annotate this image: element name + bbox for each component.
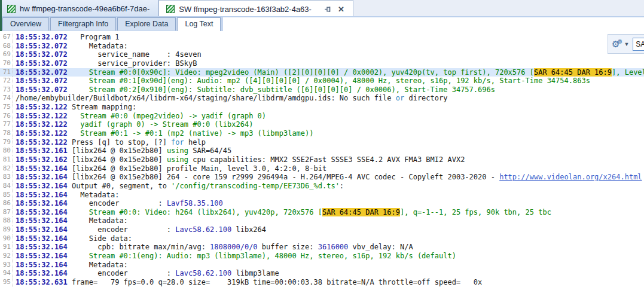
line-number: 87	[0, 208, 13, 217]
log-line[interactable]: 8418:55:32.164 Output #0, segment, to '/…	[0, 182, 644, 191]
timestamp: 18:55:32.164	[16, 216, 72, 225]
tab-overview[interactable]: Overview	[2, 17, 49, 30]
document-tab-label: SW ffmpeg-transcode-163f3ab2-4a63-	[179, 5, 312, 14]
timestamp: 18:55:32.631	[16, 278, 72, 286]
tab-log-text[interactable]: Log Text	[177, 17, 221, 31]
log-file-icon	[7, 5, 16, 13]
log-line[interactable]: 9218:55:32.164 Stream #0:1(eng): Audio: …	[0, 252, 644, 261]
log-line-text: 18:55:32.164 Stream #0:1(eng): Audio: mp…	[13, 252, 456, 261]
line-number: 93	[0, 261, 13, 270]
line-number: 95	[0, 278, 13, 287]
log-line-text: 18:55:32.164 [libx264 @ 0x15e2b80] 264 -…	[13, 173, 644, 182]
line-number: 91	[0, 243, 13, 252]
log-line[interactable]: 8718:55:32.164 Stream #0:0: Video: h264 …	[0, 208, 644, 217]
log-line[interactable]: 6718:55:32.072 Program 1	[0, 33, 644, 42]
log-line[interactable]: 7118:55:32.072 Stream #0:0[0x90c]: Video…	[0, 68, 644, 77]
line-number: 84	[0, 182, 13, 191]
tab-explore-data[interactable]: Explore Data	[117, 17, 176, 30]
log-text-segment: :	[340, 182, 344, 190]
log-file-icon	[166, 5, 175, 13]
document-tab-sw-transcode[interactable]: SW ffmpeg-transcode-163f3ab2-4a63- ✕	[158, 0, 353, 17]
log-line[interactable]: 8618:55:32.164 encoder : Lavf58.35.100	[0, 199, 644, 208]
log-text-segment: '/config/transcoding-temp/EE73D6_%d.ts'	[171, 182, 340, 190]
log-line[interactable]: 9518:55:32.631 frame= 79 fps=0.0 q=28.0 …	[0, 278, 644, 287]
log-line[interactable]: 8118:55:32.162 [libx264 @ 0x15e2b80] usi…	[0, 155, 644, 164]
log-search-toolbar: ⚙ ⚙ ▼	[608, 34, 644, 54]
log-text-segment: Lavf58.35.100	[167, 199, 223, 207]
log-options-button[interactable]: ⚙ ⚙ ▼	[612, 39, 629, 48]
document-tab-label: hw ffmpeg-transcode-49ea6b6f-7dae-	[20, 4, 149, 13]
timestamp: 18:55:32.122	[16, 120, 72, 129]
line-number: 73	[0, 86, 13, 94]
timestamp: 18:55:32.072	[16, 86, 72, 94]
log-text-segment: Program 1	[72, 33, 119, 41]
line-number: 72	[0, 77, 13, 86]
log-line-text: 18:55:32.122 Stream #0:1 -> #0:1 (mp2 (n…	[13, 129, 314, 138]
log-line-text: 18:55:32.072 Stream #0:2[0x910](eng): Su…	[13, 86, 495, 94]
log-text-pane[interactable]: 6718:55:32.072 Program 16818:55:32.072 M…	[0, 31, 644, 287]
log-text-segment: encoder :	[72, 225, 175, 234]
timestamp: 18:55:32.072	[16, 50, 72, 59]
timestamp: 18:55:32.164	[16, 199, 72, 207]
log-text-segment: 1808000/0/0	[210, 243, 257, 251]
timestamp: 18:55:32.164	[16, 208, 72, 216]
log-text-segment: Metadata:	[72, 42, 128, 50]
line-number: 74	[0, 94, 13, 103]
log-line-text: 18:55:32.072 Stream #0:0[0x90c]: Video: …	[13, 68, 644, 77]
log-line-text: 18:55:32.164 Side data:	[13, 234, 132, 243]
log-line[interactable]: 8018:55:32.161 [libx264 @ 0x15e2b80] usi…	[0, 146, 644, 155]
close-icon[interactable]: ✕	[338, 5, 344, 13]
log-text-segment: buffer size:	[258, 243, 318, 251]
log-line[interactable]: 6818:55:32.072 Metadata:	[0, 42, 644, 51]
log-line[interactable]: 8818:55:32.164 Metadata:	[0, 216, 644, 225]
log-line-text: 18:55:32.072 Metadata:	[13, 42, 128, 51]
log-text-segment: Side data:	[72, 234, 132, 243]
tab-tools: ✕	[324, 5, 344, 13]
timestamp: 18:55:32.122	[16, 103, 72, 111]
log-line[interactable]: 9018:55:32.164 Side data:	[0, 234, 644, 243]
tab-filtergraph-info[interactable]: Filtergraph Info	[50, 17, 116, 30]
log-line[interactable]: 7218:55:32.072 Stream #0:1[0x90d](eng): …	[0, 77, 644, 86]
log-line[interactable]: 7018:55:32.072 service_provider: BSkyB	[0, 59, 644, 68]
log-line[interactable]: 7918:55:32.122 Press [q] to stop, [?] fo…	[0, 138, 644, 147]
log-line-text: 18:55:32.631 frame= 79 fps=0.0 q=28.0 si…	[13, 278, 482, 287]
log-line[interactable]: 7318:55:32.072 Stream #0:2[0x910](eng): …	[0, 86, 644, 94]
log-line[interactable]: 7718:55:32.122 yadif (graph 0) -> Stream…	[0, 120, 644, 129]
x264-link[interactable]: http://www.videolan.org/x264.html	[499, 173, 642, 181]
line-number: 78	[0, 129, 13, 138]
pin-icon[interactable]	[324, 5, 332, 13]
log-line[interactable]: 74/home/embybuilder/Buildbot/x64/libdrm-…	[0, 94, 644, 103]
log-line[interactable]: 7618:55:32.122 Stream #0:0 (mpeg2video) …	[0, 112, 644, 121]
line-number: 94	[0, 269, 13, 278]
log-line[interactable]: 8518:55:32.164 Metadata:	[0, 191, 644, 200]
log-text-segment: Stream #0:1(eng): Audio: mp3 (libmp3lame…	[72, 252, 456, 260]
log-text-segment: Output #0, segment, to	[72, 182, 171, 190]
log-text-segment: using	[167, 155, 188, 164]
document-tab-hw-transcode[interactable]: hw ffmpeg-transcode-49ea6b6f-7dae-	[0, 0, 158, 17]
log-text-segment: 3616000	[318, 243, 349, 251]
line-number: 89	[0, 225, 13, 234]
view-tab-group: Overview Filtergraph Info Explore Data L…	[0, 17, 223, 31]
log-text-segment: service_name : 4seven	[72, 50, 202, 59]
log-line[interactable]: 6918:55:32.072 service_name : 4seven	[0, 50, 644, 59]
timestamp: 18:55:32.164	[16, 252, 72, 260]
log-text-segment: Stream #0:0[0x90c]: Video: mpeg2video (M…	[72, 68, 534, 77]
log-line[interactable]: 7818:55:32.122 Stream #0:1 -> #0:1 (mp2 …	[0, 129, 644, 138]
log-line[interactable]: 8918:55:32.164 encoder : Lavc58.62.100 l…	[0, 225, 644, 234]
log-line[interactable]: 8218:55:32.164 [libx264 @ 0x15e2b80] pro…	[0, 164, 644, 173]
log-line[interactable]: 9318:55:32.164 Metadata:	[0, 261, 644, 270]
line-number: 69	[0, 50, 13, 59]
line-number: 77	[0, 120, 13, 129]
log-line[interactable]: 8318:55:32.164 [libx264 @ 0x15e2b80] 264…	[0, 173, 644, 182]
search-input[interactable]	[633, 38, 644, 51]
log-text-segment: Press [q] to stop, [?]	[72, 138, 171, 146]
log-text-segment: SAR=64/45	[188, 146, 231, 155]
log-text-segment: Stream #0:2[0x910](eng): Subtitle: dvb_s…	[72, 86, 495, 94]
log-line[interactable]: 9118:55:32.164 cpb: bitrate max/min/avg:…	[0, 243, 644, 252]
log-text-segment: Stream #0:0 (mpeg2video) -> yadif (graph…	[72, 112, 266, 120]
log-line[interactable]: 9418:55:32.164 encoder : Lavc58.62.100 l…	[0, 269, 644, 278]
log-text-segment: ], q=-1--1, 25 fps, 90k tbn, 25 tbc	[400, 208, 551, 216]
timestamp: 18:55:32.122	[16, 112, 72, 120]
log-line[interactable]: 7518:55:32.122 Stream mapping:	[0, 103, 644, 112]
log-text-segment: Metadata:	[72, 191, 119, 199]
